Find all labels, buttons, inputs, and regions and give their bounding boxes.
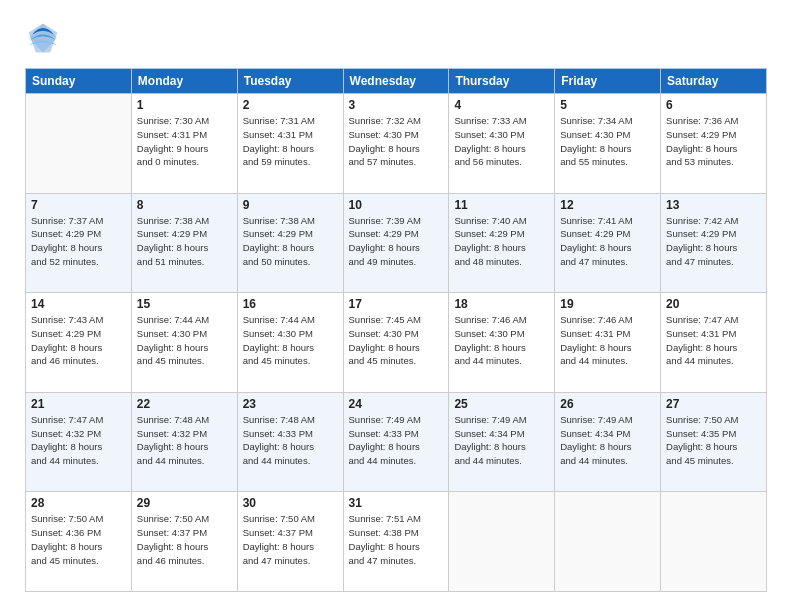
day-info: Sunrise: 7:44 AM Sunset: 4:30 PM Dayligh…: [243, 313, 338, 368]
calendar-cell: 12Sunrise: 7:41 AM Sunset: 4:29 PM Dayli…: [555, 193, 661, 293]
day-number: 26: [560, 397, 655, 411]
calendar-cell: 7Sunrise: 7:37 AM Sunset: 4:29 PM Daylig…: [26, 193, 132, 293]
calendar-cell: 26Sunrise: 7:49 AM Sunset: 4:34 PM Dayli…: [555, 392, 661, 492]
calendar-cell: 21Sunrise: 7:47 AM Sunset: 4:32 PM Dayli…: [26, 392, 132, 492]
day-info: Sunrise: 7:44 AM Sunset: 4:30 PM Dayligh…: [137, 313, 232, 368]
day-info: Sunrise: 7:38 AM Sunset: 4:29 PM Dayligh…: [137, 214, 232, 269]
day-number: 17: [349, 297, 444, 311]
day-info: Sunrise: 7:30 AM Sunset: 4:31 PM Dayligh…: [137, 114, 232, 169]
day-info: Sunrise: 7:49 AM Sunset: 4:34 PM Dayligh…: [454, 413, 549, 468]
day-number: 9: [243, 198, 338, 212]
day-info: Sunrise: 7:40 AM Sunset: 4:29 PM Dayligh…: [454, 214, 549, 269]
weekday-header-sunday: Sunday: [26, 69, 132, 94]
calendar-cell: 24Sunrise: 7:49 AM Sunset: 4:33 PM Dayli…: [343, 392, 449, 492]
calendar-cell: 18Sunrise: 7:46 AM Sunset: 4:30 PM Dayli…: [449, 293, 555, 393]
calendar-cell: 30Sunrise: 7:50 AM Sunset: 4:37 PM Dayli…: [237, 492, 343, 592]
week-row-5: 28Sunrise: 7:50 AM Sunset: 4:36 PM Dayli…: [26, 492, 767, 592]
day-info: Sunrise: 7:32 AM Sunset: 4:30 PM Dayligh…: [349, 114, 444, 169]
day-info: Sunrise: 7:38 AM Sunset: 4:29 PM Dayligh…: [243, 214, 338, 269]
day-number: 10: [349, 198, 444, 212]
week-row-4: 21Sunrise: 7:47 AM Sunset: 4:32 PM Dayli…: [26, 392, 767, 492]
weekday-header-row: SundayMondayTuesdayWednesdayThursdayFrid…: [26, 69, 767, 94]
calendar-cell: 17Sunrise: 7:45 AM Sunset: 4:30 PM Dayli…: [343, 293, 449, 393]
logo-icon: [25, 20, 61, 56]
day-number: 16: [243, 297, 338, 311]
day-info: Sunrise: 7:42 AM Sunset: 4:29 PM Dayligh…: [666, 214, 761, 269]
calendar-cell: 3Sunrise: 7:32 AM Sunset: 4:30 PM Daylig…: [343, 94, 449, 194]
calendar-cell: 15Sunrise: 7:44 AM Sunset: 4:30 PM Dayli…: [131, 293, 237, 393]
day-number: 30: [243, 496, 338, 510]
calendar-cell: 13Sunrise: 7:42 AM Sunset: 4:29 PM Dayli…: [661, 193, 767, 293]
weekday-header-tuesday: Tuesday: [237, 69, 343, 94]
day-info: Sunrise: 7:45 AM Sunset: 4:30 PM Dayligh…: [349, 313, 444, 368]
calendar-cell: 11Sunrise: 7:40 AM Sunset: 4:29 PM Dayli…: [449, 193, 555, 293]
weekday-header-thursday: Thursday: [449, 69, 555, 94]
day-info: Sunrise: 7:46 AM Sunset: 4:31 PM Dayligh…: [560, 313, 655, 368]
page: SundayMondayTuesdayWednesdayThursdayFrid…: [0, 0, 792, 612]
calendar-cell: 29Sunrise: 7:50 AM Sunset: 4:37 PM Dayli…: [131, 492, 237, 592]
calendar-cell: [26, 94, 132, 194]
day-number: 6: [666, 98, 761, 112]
day-number: 12: [560, 198, 655, 212]
day-number: 3: [349, 98, 444, 112]
calendar-cell: 8Sunrise: 7:38 AM Sunset: 4:29 PM Daylig…: [131, 193, 237, 293]
day-number: 28: [31, 496, 126, 510]
calendar-cell: 6Sunrise: 7:36 AM Sunset: 4:29 PM Daylig…: [661, 94, 767, 194]
calendar-cell: 9Sunrise: 7:38 AM Sunset: 4:29 PM Daylig…: [237, 193, 343, 293]
day-info: Sunrise: 7:48 AM Sunset: 4:33 PM Dayligh…: [243, 413, 338, 468]
day-info: Sunrise: 7:43 AM Sunset: 4:29 PM Dayligh…: [31, 313, 126, 368]
weekday-header-wednesday: Wednesday: [343, 69, 449, 94]
day-number: 25: [454, 397, 549, 411]
calendar-cell: 1Sunrise: 7:30 AM Sunset: 4:31 PM Daylig…: [131, 94, 237, 194]
calendar-cell: [449, 492, 555, 592]
calendar-cell: 2Sunrise: 7:31 AM Sunset: 4:31 PM Daylig…: [237, 94, 343, 194]
logo: [25, 20, 67, 56]
day-number: 19: [560, 297, 655, 311]
day-number: 8: [137, 198, 232, 212]
day-info: Sunrise: 7:33 AM Sunset: 4:30 PM Dayligh…: [454, 114, 549, 169]
day-number: 1: [137, 98, 232, 112]
day-info: Sunrise: 7:50 AM Sunset: 4:36 PM Dayligh…: [31, 512, 126, 567]
day-number: 5: [560, 98, 655, 112]
day-number: 27: [666, 397, 761, 411]
day-number: 20: [666, 297, 761, 311]
day-number: 2: [243, 98, 338, 112]
day-info: Sunrise: 7:50 AM Sunset: 4:37 PM Dayligh…: [137, 512, 232, 567]
calendar-cell: 27Sunrise: 7:50 AM Sunset: 4:35 PM Dayli…: [661, 392, 767, 492]
day-info: Sunrise: 7:49 AM Sunset: 4:33 PM Dayligh…: [349, 413, 444, 468]
calendar-cell: 16Sunrise: 7:44 AM Sunset: 4:30 PM Dayli…: [237, 293, 343, 393]
day-info: Sunrise: 7:39 AM Sunset: 4:29 PM Dayligh…: [349, 214, 444, 269]
calendar-cell: 4Sunrise: 7:33 AM Sunset: 4:30 PM Daylig…: [449, 94, 555, 194]
calendar: SundayMondayTuesdayWednesdayThursdayFrid…: [25, 68, 767, 592]
day-info: Sunrise: 7:47 AM Sunset: 4:32 PM Dayligh…: [31, 413, 126, 468]
calendar-cell: 5Sunrise: 7:34 AM Sunset: 4:30 PM Daylig…: [555, 94, 661, 194]
day-number: 15: [137, 297, 232, 311]
week-row-3: 14Sunrise: 7:43 AM Sunset: 4:29 PM Dayli…: [26, 293, 767, 393]
day-number: 23: [243, 397, 338, 411]
day-info: Sunrise: 7:47 AM Sunset: 4:31 PM Dayligh…: [666, 313, 761, 368]
week-row-2: 7Sunrise: 7:37 AM Sunset: 4:29 PM Daylig…: [26, 193, 767, 293]
day-info: Sunrise: 7:51 AM Sunset: 4:38 PM Dayligh…: [349, 512, 444, 567]
weekday-header-friday: Friday: [555, 69, 661, 94]
calendar-cell: 25Sunrise: 7:49 AM Sunset: 4:34 PM Dayli…: [449, 392, 555, 492]
day-info: Sunrise: 7:31 AM Sunset: 4:31 PM Dayligh…: [243, 114, 338, 169]
calendar-cell: 23Sunrise: 7:48 AM Sunset: 4:33 PM Dayli…: [237, 392, 343, 492]
calendar-cell: 19Sunrise: 7:46 AM Sunset: 4:31 PM Dayli…: [555, 293, 661, 393]
day-number: 29: [137, 496, 232, 510]
weekday-header-saturday: Saturday: [661, 69, 767, 94]
calendar-cell: 14Sunrise: 7:43 AM Sunset: 4:29 PM Dayli…: [26, 293, 132, 393]
weekday-header-monday: Monday: [131, 69, 237, 94]
calendar-cell: [661, 492, 767, 592]
day-number: 18: [454, 297, 549, 311]
calendar-cell: 22Sunrise: 7:48 AM Sunset: 4:32 PM Dayli…: [131, 392, 237, 492]
day-info: Sunrise: 7:37 AM Sunset: 4:29 PM Dayligh…: [31, 214, 126, 269]
day-number: 13: [666, 198, 761, 212]
day-number: 4: [454, 98, 549, 112]
calendar-cell: 28Sunrise: 7:50 AM Sunset: 4:36 PM Dayli…: [26, 492, 132, 592]
day-number: 14: [31, 297, 126, 311]
calendar-cell: [555, 492, 661, 592]
day-info: Sunrise: 7:50 AM Sunset: 4:35 PM Dayligh…: [666, 413, 761, 468]
day-number: 22: [137, 397, 232, 411]
calendar-cell: 20Sunrise: 7:47 AM Sunset: 4:31 PM Dayli…: [661, 293, 767, 393]
calendar-cell: 10Sunrise: 7:39 AM Sunset: 4:29 PM Dayli…: [343, 193, 449, 293]
